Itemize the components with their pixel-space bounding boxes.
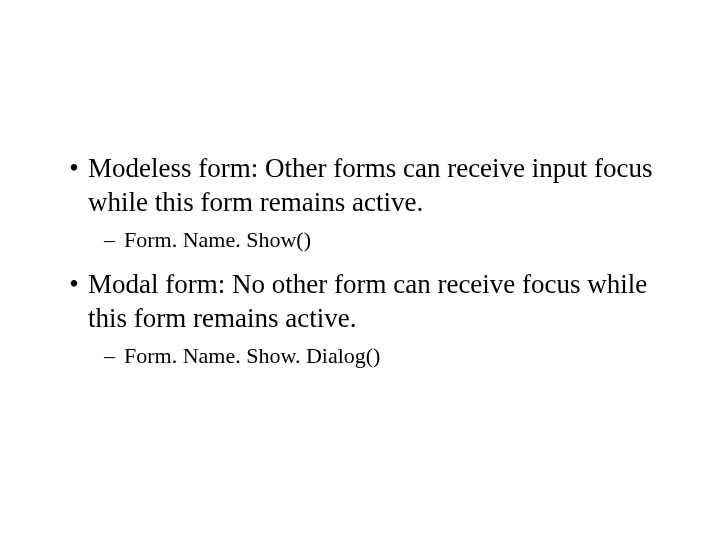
- sub-bullet-text: Form. Name. Show. Dialog(): [124, 342, 660, 371]
- sub-bullet-item: – Form. Name. Show(): [104, 226, 660, 255]
- bullet-item: • Modeless form: Other forms can receive…: [60, 152, 660, 220]
- bullet-icon: •: [60, 268, 88, 302]
- slide-content: • Modeless form: Other forms can receive…: [0, 0, 720, 370]
- bullet-text: Modeless form: Other forms can receive i…: [88, 152, 660, 220]
- bullet-item: • Modal form: No other form can receive …: [60, 268, 660, 336]
- sub-bullet-item: – Form. Name. Show. Dialog(): [104, 342, 660, 371]
- bullet-text: Modal form: No other form can receive fo…: [88, 268, 660, 336]
- bullet-icon: •: [60, 152, 88, 186]
- dash-icon: –: [104, 342, 124, 371]
- dash-icon: –: [104, 226, 124, 255]
- sub-bullet-text: Form. Name. Show(): [124, 226, 660, 255]
